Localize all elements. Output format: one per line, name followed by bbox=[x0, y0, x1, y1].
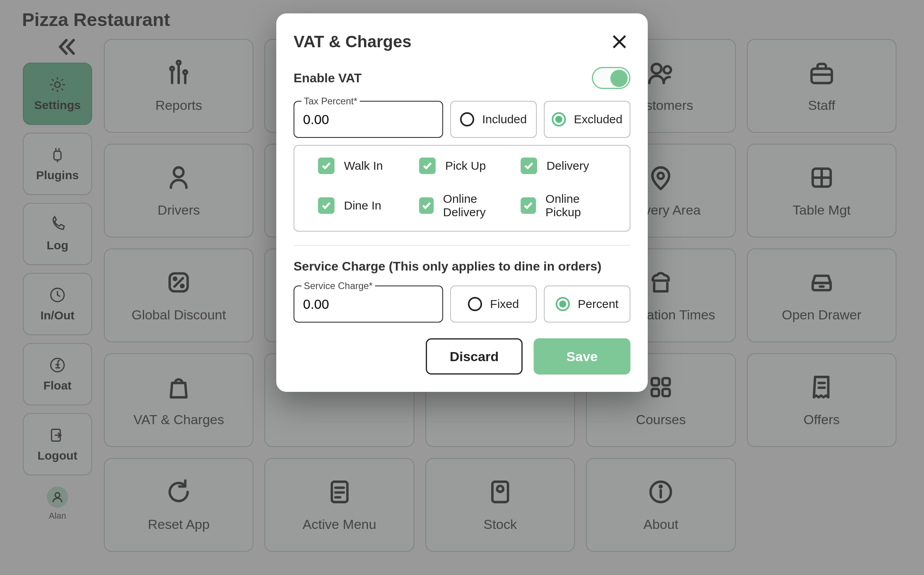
tax-percent-field[interactable]: Tax Percent* bbox=[294, 101, 443, 138]
check-label: Walk In bbox=[344, 159, 383, 172]
radio-icon bbox=[468, 297, 482, 311]
discard-button[interactable]: Discard bbox=[426, 338, 523, 375]
service-charge-heading: Service Charge (This only applies to din… bbox=[294, 259, 630, 274]
check-label: Online Pickup bbox=[545, 192, 614, 219]
tax-included-label: Included bbox=[482, 113, 527, 126]
toggle-knob bbox=[610, 70, 628, 87]
service-charge-label: Service Charge* bbox=[301, 280, 375, 291]
tax-excluded-radio[interactable]: Excluded bbox=[544, 101, 630, 138]
vat-charges-modal: VAT & Charges Enable VAT Tax Percent* In… bbox=[276, 13, 648, 392]
divider bbox=[294, 245, 630, 246]
order-type-checks: Walk In Pick Up Delivery Dine In Online … bbox=[294, 145, 630, 232]
radio-icon bbox=[556, 297, 570, 311]
radio-icon bbox=[460, 112, 474, 126]
service-fixed-radio[interactable]: Fixed bbox=[450, 286, 537, 323]
check-walk-in[interactable]: Walk In bbox=[318, 158, 411, 174]
service-charge-field[interactable]: Service Charge* bbox=[294, 286, 443, 323]
enable-vat-toggle[interactable] bbox=[592, 67, 630, 89]
save-button[interactable]: Save bbox=[534, 338, 630, 375]
checkbox-icon bbox=[318, 158, 334, 174]
checkbox-icon bbox=[318, 197, 334, 214]
close-button[interactable] bbox=[608, 31, 630, 53]
service-fixed-label: Fixed bbox=[490, 297, 519, 311]
modal-title: VAT & Charges bbox=[294, 32, 412, 51]
check-dine-in[interactable]: Dine In bbox=[318, 192, 411, 219]
tax-percent-label: Tax Percent* bbox=[301, 96, 360, 107]
service-percent-label: Percent bbox=[578, 297, 618, 311]
check-label: Pick Up bbox=[445, 159, 486, 172]
checkbox-icon bbox=[521, 158, 537, 174]
checkbox-icon bbox=[419, 197, 434, 214]
checkbox-icon bbox=[521, 197, 536, 214]
service-percent-radio[interactable]: Percent bbox=[544, 286, 630, 323]
enable-vat-label: Enable VAT bbox=[294, 71, 362, 85]
check-online-delivery[interactable]: Online Delivery bbox=[419, 192, 512, 219]
tax-included-radio[interactable]: Included bbox=[450, 101, 537, 138]
check-online-pickup[interactable]: Online Pickup bbox=[521, 192, 614, 219]
radio-icon bbox=[552, 112, 566, 126]
check-label: Dine In bbox=[344, 199, 381, 212]
check-delivery[interactable]: Delivery bbox=[521, 158, 614, 174]
tax-excluded-label: Excluded bbox=[574, 113, 622, 126]
checkbox-icon bbox=[419, 158, 436, 174]
tax-percent-input[interactable] bbox=[303, 112, 434, 127]
check-pick-up[interactable]: Pick Up bbox=[419, 158, 512, 174]
check-label: Delivery bbox=[547, 159, 589, 172]
check-label: Online Delivery bbox=[443, 192, 513, 219]
close-icon bbox=[612, 34, 627, 50]
service-charge-input[interactable] bbox=[303, 297, 434, 312]
